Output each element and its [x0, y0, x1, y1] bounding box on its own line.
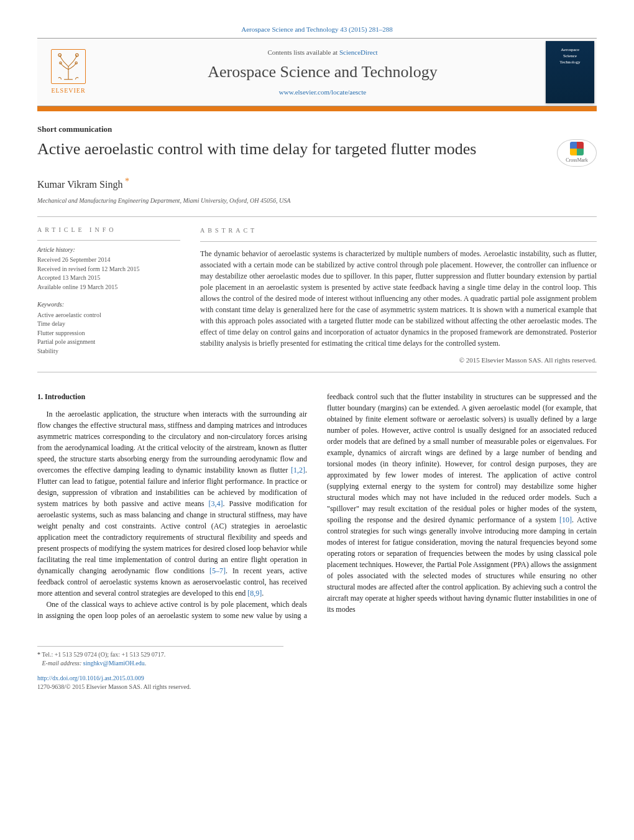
body-paragraph: In the aeroelastic application, the stru…: [37, 408, 307, 599]
citation-header: Aerospace Science and Technology 43 (201…: [37, 25, 597, 34]
issn-copyright: 1270-9638/© 2015 Elsevier Masson SAS. Al…: [37, 683, 283, 691]
keyword: Time delay: [37, 320, 180, 329]
citation-link[interactable]: [10]: [559, 515, 572, 524]
corresponding-author-star-icon: *: [122, 177, 129, 186]
star-icon: *: [37, 651, 40, 658]
keywords-label: Keywords:: [37, 300, 180, 310]
abstract-text: The dynamic behavior of aeroelastic syst…: [200, 248, 597, 349]
email-label: E-mail address:: [42, 660, 82, 667]
publisher-logo: ELSEVIER: [37, 39, 99, 106]
keyword: Stability: [37, 347, 180, 356]
keyword: Active aeroelastic control: [37, 311, 180, 320]
journal-cover-thumbnail: Aerospace Science Technology: [546, 41, 594, 103]
citation-link[interactable]: [3,4]: [209, 499, 223, 508]
history-online: Available online 19 March 2015: [37, 283, 180, 292]
contents-available: Contents lists available at ScienceDirec…: [267, 48, 377, 57]
citation-link[interactable]: [1,2]: [291, 466, 305, 474]
journal-homepage-link[interactable]: www.elsevier.com/locate/aescte: [279, 88, 366, 97]
corresponding-tel: Tel.: +1 513 529 0724 (O); fax: +1 513 5…: [42, 651, 165, 658]
citation-link[interactable]: [5–7]: [209, 566, 226, 575]
history-label: Article history:: [37, 246, 180, 255]
author-name: Kumar Vikram Singh: [37, 179, 122, 190]
crossmark-label: CrossMark: [566, 157, 588, 164]
svg-point-3: [75, 62, 77, 64]
journal-masthead: ELSEVIER Contents lists available at Sci…: [37, 38, 597, 106]
section-heading: 1. Introduction: [37, 391, 307, 402]
journal-title: Aerospace Science and Technology: [208, 61, 438, 83]
sciencedirect-link[interactable]: ScienceDirect: [339, 48, 378, 56]
citation-link[interactable]: [8,9]: [247, 589, 262, 598]
keyword: Partial pole assignment: [37, 338, 180, 347]
history-received: Received 26 September 2014: [37, 256, 180, 265]
abstract-column: ABSTRACT The dynamic behavior of aeroela…: [200, 226, 597, 366]
article-title: Active aeroelastic control with time del…: [37, 139, 544, 160]
author-line: Kumar Vikram Singh *: [37, 175, 597, 192]
keyword: Flutter suppression: [37, 329, 180, 338]
keywords-list: Active aeroelastic control Time delay Fl…: [37, 311, 180, 356]
crossmark-badge[interactable]: CrossMark: [557, 139, 597, 167]
history-revised: Received in revised form 12 March 2015: [37, 265, 180, 274]
accent-bar: [37, 106, 597, 111]
doi-link[interactable]: http://dx.doi.org/10.1016/j.ast.2015.03.…: [37, 675, 144, 681]
article-body: 1. Introduction In the aeroelastic appli…: [37, 391, 597, 621]
article-info-column: ARTICLE INFO Article history: Received 2…: [37, 226, 180, 366]
author-email-link[interactable]: singhkv@MiamiOH.edu: [83, 660, 145, 667]
publisher-name: ELSEVIER: [51, 86, 85, 95]
author-affiliation: Mechanical and Manufacturing Engineering…: [37, 196, 597, 205]
crossmark-icon: [570, 142, 584, 155]
abstract-copyright: © 2015 Elsevier Masson SAS. All rights r…: [200, 355, 597, 366]
footnotes: * Tel.: +1 513 529 0724 (O); fax: +1 513…: [37, 646, 283, 691]
history-accepted: Accepted 13 March 2015: [37, 274, 180, 283]
elsevier-tree-icon: [51, 49, 86, 84]
divider: [37, 372, 597, 372]
abstract-heading: ABSTRACT: [200, 226, 597, 235]
article-type: Short communication: [37, 124, 597, 135]
svg-point-2: [60, 62, 62, 64]
article-info-heading: ARTICLE INFO: [37, 226, 180, 235]
